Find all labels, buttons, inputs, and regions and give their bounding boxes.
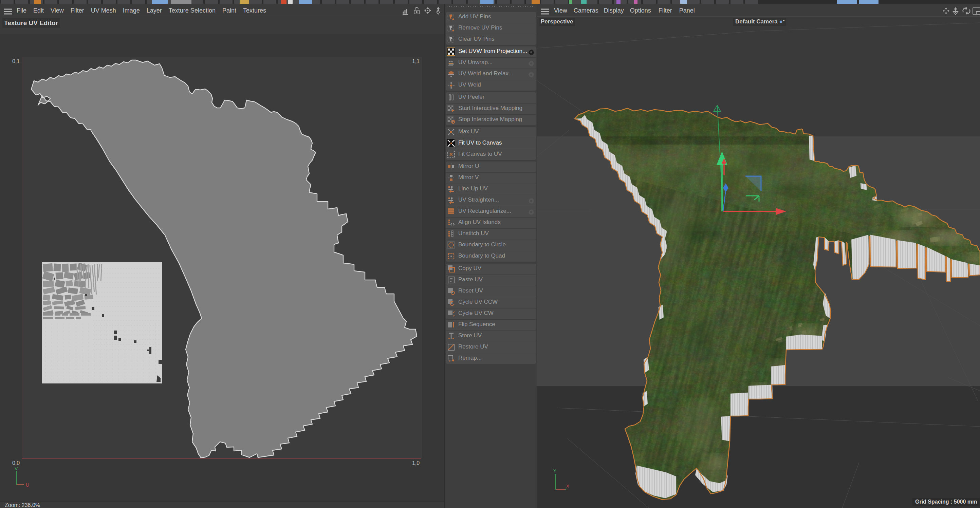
svg-text:Y: Y: [553, 468, 556, 473]
svg-text:X: X: [566, 484, 569, 489]
